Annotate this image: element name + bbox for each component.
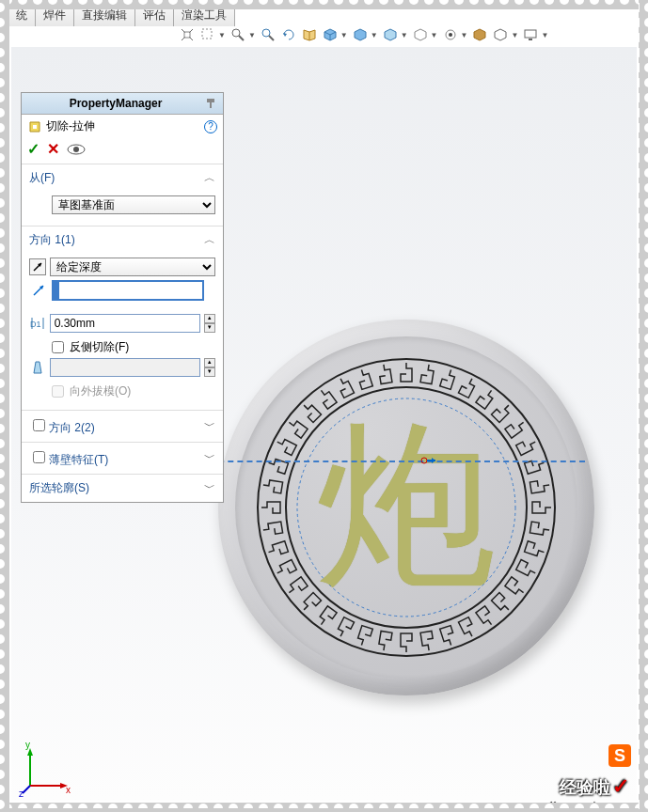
- footer-brand: 经验啦✓: [560, 774, 629, 799]
- help-icon[interactable]: ?: [204, 120, 217, 133]
- view-orientation-icon[interactable]: [322, 26, 339, 43]
- svg-point-43: [73, 147, 79, 152]
- footer-url: jingyanla.com: [547, 798, 629, 812]
- selected-contours-label: 所选轮廓(S): [29, 480, 89, 496]
- spin-up[interactable]: ▲: [204, 314, 215, 323]
- dropdown-arrow-icon[interactable]: ▼: [218, 31, 226, 39]
- thin-feature-label: 薄壁特征(T): [49, 453, 108, 466]
- cancel-button[interactable]: ✕: [47, 140, 59, 158]
- edit-appearance-icon[interactable]: [412, 26, 429, 43]
- tab-render-tools[interactable]: 渲染工具: [174, 4, 235, 26]
- section-view-icon[interactable]: [260, 26, 277, 43]
- tab-evaluate[interactable]: 评估: [135, 4, 174, 26]
- hide-show-icon[interactable]: [382, 26, 399, 43]
- selected-contours-header[interactable]: 所选轮廓(S) ﹀: [22, 475, 223, 502]
- apply-scene-icon[interactable]: [442, 26, 459, 43]
- property-manager-panel: PropertyManager 切除-拉伸 ? ✓ ✕ 从(F) ︿ 草图基准面: [21, 92, 224, 503]
- dropdown-arrow-icon[interactable]: ▼: [248, 31, 256, 39]
- dropdown-arrow-icon[interactable]: ▼: [511, 31, 518, 39]
- draft-icon[interactable]: [29, 358, 46, 377]
- zoom-area-icon[interactable]: [199, 26, 216, 43]
- svg-rect-38: [207, 99, 214, 102]
- from-label: 从(F): [29, 170, 55, 186]
- thin-feature-header[interactable]: 薄壁特征(T) ﹀: [22, 443, 223, 474]
- svg-point-35: [421, 458, 427, 463]
- view-settings-icon[interactable]: [471, 26, 488, 43]
- draft-outward-label: 向外拔模(O): [70, 383, 131, 399]
- dropdown-arrow-icon[interactable]: ▼: [541, 31, 548, 39]
- svg-marker-28: [474, 29, 485, 40]
- tab-direct-edit[interactable]: 直接编辑: [74, 4, 135, 26]
- svg-marker-29: [495, 29, 506, 40]
- from-select[interactable]: 草图基准面: [52, 195, 215, 214]
- sketch-axis-line: [199, 461, 585, 462]
- book-icon[interactable]: [301, 26, 318, 43]
- zoom-to-fit-icon[interactable]: [179, 26, 196, 43]
- svg-marker-25: [415, 29, 426, 40]
- sketch-origin-icon: [420, 455, 435, 466]
- svg-point-14: [232, 29, 240, 37]
- feature-name: 切除-拉伸: [46, 118, 200, 134]
- svg-rect-11: [639, 0, 648, 812]
- cut-extrude-icon: [27, 119, 42, 134]
- svg-point-27: [449, 33, 452, 37]
- dropdown-arrow-icon[interactable]: ▼: [431, 31, 438, 39]
- dropdown-arrow-icon[interactable]: ▼: [371, 31, 378, 39]
- flip-side-checkbox[interactable]: [52, 341, 64, 353]
- flip-side-label: 反侧切除(F): [70, 339, 129, 355]
- svg-marker-23: [355, 29, 366, 40]
- svg-text:z: z: [19, 789, 24, 797]
- depth-spinner[interactable]: ▲ ▼: [204, 314, 215, 333]
- draft-spinner: ▲ ▼: [204, 358, 215, 377]
- svg-text:y: y: [25, 741, 30, 750]
- collapse-icon: ︿: [204, 232, 215, 248]
- from-section: 从(F) ︿ 草图基准面: [22, 164, 223, 226]
- command-tabs: 统 焊件 直接编辑 评估 渲染工具: [8, 4, 235, 26]
- direction2-label: 方向 2(2): [49, 421, 95, 434]
- direction1-header[interactable]: 方向 1(1) ︿: [22, 226, 223, 254]
- preview-icon[interactable]: [67, 143, 86, 156]
- reverse-direction-button[interactable]: [29, 258, 46, 275]
- monitor-icon[interactable]: [522, 26, 539, 43]
- pin-icon[interactable]: [204, 97, 217, 110]
- direction2-header[interactable]: 方向 2(2) ﹀: [22, 411, 223, 442]
- direction-vector-input[interactable]: [52, 280, 204, 301]
- feature-title-row: 切除-拉伸 ?: [22, 115, 223, 138]
- svg-line-17: [269, 36, 274, 40]
- end-condition-select[interactable]: 给定深度: [50, 258, 215, 276]
- chess-piece-model: 炮: [218, 320, 594, 695]
- dropdown-arrow-icon[interactable]: ▼: [340, 31, 348, 39]
- selected-contours-section: 所选轮廓(S) ﹀: [22, 475, 223, 502]
- svg-marker-51: [34, 362, 41, 373]
- draft-angle-input: [50, 358, 200, 377]
- view-toolbar: ▼ ▼ ▼ ▼ ▼ ▼ ▼ ▼ ▼: [179, 26, 629, 43]
- panel-header: PropertyManager: [22, 93, 223, 115]
- rotate-view-icon[interactable]: [280, 26, 297, 43]
- dropdown-arrow-icon[interactable]: ▼: [401, 31, 408, 39]
- svg-rect-10: [639, 0, 648, 812]
- depth-input[interactable]: [50, 314, 200, 333]
- svg-rect-41: [33, 125, 37, 129]
- expand-icon: ﹀: [204, 480, 215, 496]
- panel-title: PropertyManager: [27, 97, 204, 110]
- orientation-triad[interactable]: y x z: [19, 741, 75, 797]
- display-style-icon[interactable]: [352, 26, 369, 43]
- magnify-icon[interactable]: [229, 26, 246, 43]
- depth-icon: D1: [29, 314, 46, 333]
- cube-outline-icon[interactable]: [492, 26, 509, 43]
- direction-vector-icon: [29, 281, 48, 300]
- expand-icon: ﹀: [204, 418, 215, 434]
- thin-feature-checkbox[interactable]: [33, 451, 45, 463]
- dropdown-arrow-icon[interactable]: ▼: [461, 31, 468, 39]
- svg-marker-24: [385, 29, 396, 40]
- tab-weldments[interactable]: 焊件: [36, 4, 74, 26]
- direction1-label: 方向 1(1): [29, 232, 75, 248]
- ok-button[interactable]: ✓: [27, 140, 40, 158]
- from-header[interactable]: 从(F) ︿: [22, 164, 223, 192]
- spin-down[interactable]: ▼: [204, 323, 215, 333]
- sketch-character: 炮: [317, 387, 496, 628]
- sogou-ime-icon[interactable]: S: [608, 744, 631, 767]
- confirm-row: ✓ ✕: [22, 138, 223, 164]
- direction2-checkbox[interactable]: [33, 419, 45, 431]
- tab-system[interactable]: 统: [8, 4, 36, 26]
